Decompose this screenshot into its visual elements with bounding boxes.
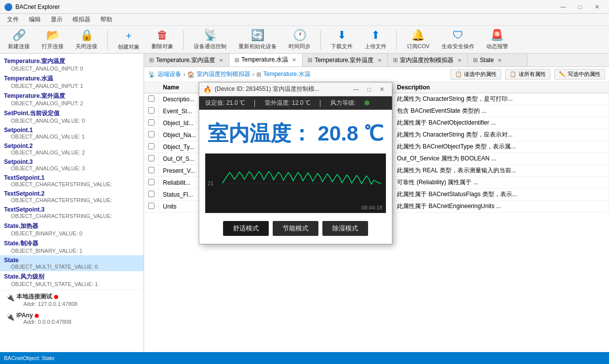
row-checkbox-8[interactable] (148, 191, 154, 197)
chart-svg (206, 154, 385, 213)
breadcrumb-actions: 📋 读选中的属性 📋 读所有属性 ✏️ 写选中的属性 (451, 69, 605, 79)
modal-close-button[interactable]: ✕ (376, 84, 388, 94)
upload-button[interactable]: ⬆ 上传文件 (361, 27, 390, 52)
sidebar-item-name-3: SetPoint.当前设定值 (4, 109, 140, 118)
alarm-icon: 🚨 (490, 29, 504, 42)
row-checkbox-1[interactable] (148, 107, 154, 114)
sidebar: Temperature.室内温度 OBJECT_ANALOG_INPUT: 0 … (0, 54, 144, 352)
safety-button[interactable]: 🛡 生命安全操作 (438, 27, 478, 52)
app-icon: 🔵 (4, 3, 12, 11)
tab-3[interactable]: ⊞ 室内温度控制模拟器 ✕ (388, 54, 468, 67)
menu-file[interactable]: 文件 (2, 14, 24, 25)
safety-label: 生命安全操作 (442, 43, 474, 50)
sidebar-item-name-2: Temperature.室外温度 (4, 92, 140, 100)
network-name-ipany: IPAny (16, 312, 72, 319)
modal-title-text: (Device ID: 2834551) 室内温度控制模... (215, 85, 350, 93)
network-item-ipany[interactable]: 🔌 IPAny Addr: 0.0.0.0:47808 (0, 310, 144, 326)
row-checkbox-5[interactable] (148, 155, 154, 161)
breadcrumb-item-1[interactable]: 室内温度控制模拟器 (197, 70, 250, 78)
tab-0[interactable]: ⊞ Temperature.室内温度 ✕ (144, 54, 229, 67)
modal-sep-2: │ (318, 100, 322, 107)
sidebar-item-8[interactable]: TextSetpoint.2 OBJECT_CHARACTERSTRING_VA… (0, 189, 144, 205)
breadcrumb-icon-device2: 🏠 (187, 71, 195, 78)
app-title: BACnet Explorer (15, 3, 60, 10)
download-button[interactable]: ⬇ 下载文件 (327, 27, 357, 52)
sidebar-item-5[interactable]: Setpoint.2 OBJECT_ANALOG_VALUE: 2 (0, 141, 144, 157)
cell-desc-8: 此属性属于 BACnetStatusFlags 类型，表示... (393, 189, 609, 201)
minimize-button[interactable]: — (555, 2, 571, 12)
tab-4[interactable]: ⊞ State ✕ (468, 54, 528, 67)
write-label: 写选中的属性 (568, 71, 601, 78)
sidebar-item-9[interactable]: TextSetpoint.3 OBJECT_CHARACTERSTRING_VA… (0, 205, 144, 220)
sidebar-item-7[interactable]: TextSetpoint.1 OBJECT_CHARACTERSTRING_VA… (0, 173, 144, 189)
modal-setpoint: 设定值: 21.0 ℃ (205, 99, 245, 107)
write-selected-button[interactable]: ✏️ 写选中的属性 (554, 69, 605, 79)
modal-minimize-button[interactable]: — (350, 84, 362, 94)
sidebar-item-6[interactable]: Setpoint.3 OBJECT_ANALOG_VALUE: 3 (0, 157, 144, 173)
network-name-local: 本地连接测试 (16, 292, 77, 301)
menu-edit[interactable]: 编辑 (24, 14, 46, 25)
row-checkbox-9[interactable] (148, 203, 154, 209)
menu-help[interactable]: 帮助 (95, 14, 117, 25)
breadcrumb-item-2[interactable]: Temperature.水温 (263, 70, 310, 78)
cell-desc-9: 此属性属于 BACnetEngineeringUnits ... (393, 201, 609, 213)
read-all-icon: 📋 (510, 71, 517, 77)
modal-main: 室内温度： 20.8 ℃ 21 08:44:18 舒适模式 (199, 110, 392, 244)
tab-2[interactable]: ⊞ Temperature.室外温度 ✕ (303, 54, 388, 67)
tab-1[interactable]: ⊞ Temperature.水温 ✕ (229, 54, 303, 67)
row-checkbox-0[interactable] (148, 95, 154, 102)
menu-bar: 文件 编辑 显示 模拟器 帮助 (0, 14, 609, 26)
time-sync-button[interactable]: 🕐 时间同步 (285, 27, 314, 52)
new-connection-button[interactable]: 🔗 新建连接 (4, 27, 34, 52)
delete-object-button[interactable]: 🗑 删除对象 (148, 27, 177, 52)
chart-time: 08:44:18 (361, 205, 382, 211)
sidebar-item-type-5: OBJECT_ANALOG_VALUE: 2 (4, 149, 140, 155)
menu-simulator[interactable]: 模拟器 (68, 14, 95, 25)
read-selected-button[interactable]: 📋 读选中的属性 (451, 69, 501, 79)
menu-view[interactable]: 显示 (46, 14, 68, 25)
sep4 (396, 30, 397, 50)
comfort-mode-button[interactable]: 舒适模式 (223, 221, 269, 236)
cov-button[interactable]: 🔔 订阅COV (403, 27, 434, 52)
row-checkbox-2[interactable] (148, 119, 154, 126)
new-connection-icon: 🔗 (12, 29, 26, 42)
modal-expand-button[interactable]: □ (363, 84, 375, 94)
sidebar-item-10[interactable]: State.加热器 OBJECT_BINARY_VALUE: 0 (0, 220, 144, 238)
tab-close-3[interactable]: ✕ (457, 58, 462, 63)
maximize-button[interactable]: □ (572, 2, 588, 12)
sidebar-item-11[interactable]: State.制冷器 OBJECT_BINARY_VALUE: 1 (0, 238, 144, 255)
tab-close-4[interactable]: ✕ (497, 58, 503, 63)
read-all-button[interactable]: 📋 读所有属性 (505, 69, 550, 79)
comfort-mode-label: 舒适模式 (233, 224, 259, 232)
close-button[interactable]: ✕ (589, 2, 605, 12)
tab-close-0[interactable]: ✕ (218, 58, 224, 63)
sidebar-item-type-0: OBJECT_ANALOG_INPUT: 0 (4, 66, 140, 72)
row-checkbox-7[interactable] (148, 179, 154, 185)
sidebar-item-0[interactable]: Temperature.室内温度 OBJECT_ANALOG_INPUT: 0 (0, 56, 144, 73)
dehumid-mode-button[interactable]: 除湿模式 (322, 221, 368, 236)
network-item-local[interactable]: 🔌 本地连接测试 Addr: 127.0.0.1:47808 (0, 291, 144, 308)
sidebar-item-12[interactable]: State OBJECT_MULTI_STATE_VALUE: 0 (0, 255, 144, 271)
open-connection-button[interactable]: 📂 打开连接 (38, 27, 68, 52)
tab-close-1[interactable]: ✕ (291, 57, 297, 63)
sidebar-item-2[interactable]: Temperature.室外温度 OBJECT_ANALOG_INPUT: 2 (0, 90, 144, 108)
sidebar-item-type-7: OBJECT_CHARACTERSTRING_VALUE: (4, 181, 140, 187)
alarm-button[interactable]: 🚨 动态报警 (482, 27, 512, 52)
sidebar-item-1[interactable]: Temperature.水温 OBJECT_ANALOG_INPUT: 1 (0, 73, 144, 90)
device-comm-button[interactable]: 📡 设备通信控制 (190, 27, 230, 52)
create-object-button[interactable]: ＋ 创建对象 (114, 27, 144, 53)
delete-label: 删除对象 (152, 43, 173, 50)
tab-close-2[interactable]: ✕ (377, 58, 382, 63)
row-checkbox-4[interactable] (148, 143, 154, 149)
sidebar-item-13[interactable]: State.风力级别 OBJECT_MULTI_STATE_VALUE: 1 (0, 271, 144, 289)
close-connection-icon: 🔒 (80, 29, 93, 42)
breadcrumb: 📡 远端设备 › 🏠 室内温度控制模拟器 › ⊞ Temperature.水温 … (144, 67, 609, 82)
row-checkbox-3[interactable] (148, 131, 154, 138)
sidebar-item-3[interactable]: SetPoint.当前设定值 OBJECT_ANALOG_VALUE: 0 (0, 108, 144, 125)
sidebar-item-4[interactable]: Setpoint.1 OBJECT_ANALOG_VALUE: 1 (0, 125, 144, 141)
close-connection-button[interactable]: 🔒 关闭连接 (72, 27, 101, 52)
reinit-button[interactable]: 🔄 重新初始化设备 (234, 27, 281, 52)
row-checkbox-6[interactable] (148, 167, 154, 173)
energy-mode-button[interactable]: 节能模式 (273, 221, 318, 236)
breadcrumb-item-0[interactable]: 远端设备 (157, 70, 181, 78)
